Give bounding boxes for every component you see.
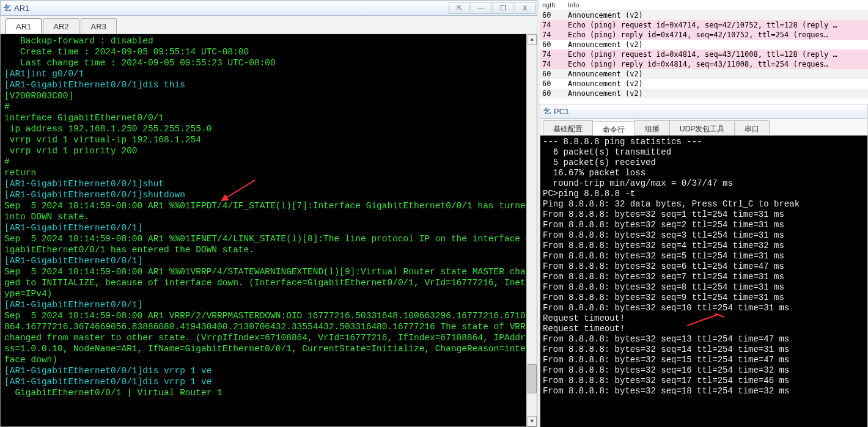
packet-row[interactable]: 60Announcement (v2) bbox=[540, 89, 868, 98]
pc1-terminal[interactable]: --- 8.8.8.8 ping statistics --- 6 packet… bbox=[540, 136, 867, 427]
terminal-line: Sep 5 2024 10:14:59-08:00 AR1 %%01VRRP/4… bbox=[4, 266, 533, 299]
pkt-info: Announcement (v2) bbox=[568, 40, 866, 49]
undock-button[interactable]: ⇱ bbox=[449, 2, 469, 14]
pc-terminal-line: From 8.8.8.8: bytes=32 seq=7 ttl=254 tim… bbox=[543, 272, 865, 282]
packet-row[interactable]: 74Echo (ping) request id=0x4714, seq=42/… bbox=[540, 20, 868, 30]
scroll-up-icon[interactable]: ▲ bbox=[528, 34, 537, 45]
terminal-line: [AR1-GigabitEthernet0/0/1]shut bbox=[4, 178, 533, 189]
close-button[interactable]: X bbox=[515, 2, 535, 14]
packet-row[interactable]: 60Announcement (v2) bbox=[540, 40, 868, 49]
pc-terminal-line: From 8.8.8.8: bytes=32 seq=13 ttl=254 ti… bbox=[543, 334, 865, 345]
tab-udp-tool[interactable]: UDP发包工具 bbox=[669, 120, 735, 135]
scroll-down-icon[interactable]: ▼ bbox=[528, 416, 537, 426]
scroll-thumb[interactable] bbox=[528, 364, 537, 393]
tab-ar3[interactable]: AR3 bbox=[81, 18, 117, 34]
ar-tabbar: AR1 AR2 AR3 bbox=[0, 16, 537, 34]
pc-terminal-line: 6 packet(s) transmitted bbox=[543, 147, 865, 158]
pc-terminal-line: From 8.8.8.8: bytes=32 seq=3 ttl=254 tim… bbox=[543, 230, 865, 241]
terminal-line: [V200R003C00] bbox=[4, 90, 533, 101]
pc-terminal-line: From 8.8.8.8: bytes=32 seq=6 ttl=254 tim… bbox=[543, 261, 865, 272]
minimize-button[interactable]: — bbox=[471, 2, 491, 14]
terminal-line: # bbox=[4, 156, 533, 167]
pc-terminal-line: From 8.8.8.8: bytes=32 seq=1 ttl=254 tim… bbox=[543, 210, 865, 220]
packet-row[interactable]: 74Echo (ping) reply id=0x4714, seq=42/10… bbox=[540, 30, 868, 40]
pkt-info: Announcement (v2) bbox=[568, 79, 866, 88]
packet-row[interactable]: 74Echo (ping) reply id=0x4814, seq=43/11… bbox=[540, 59, 868, 69]
terminal-line: Create time : 2024-09-05 09:55:14 UTC-08… bbox=[4, 46, 533, 57]
pc-terminal-line: From 8.8.8.8: bytes=32 seq=18 ttl=254 ti… bbox=[543, 386, 865, 396]
ar1-titlebar[interactable]: 乞 AR1 ⇱ — ❐ X bbox=[0, 0, 537, 16]
pc-terminal-line: From 8.8.8.8: bytes=32 seq=2 ttl=254 tim… bbox=[543, 220, 865, 230]
terminal-line: return bbox=[4, 167, 533, 178]
pkt-length: 60 bbox=[542, 70, 568, 78]
terminal-line: GigabitEthernet0/0/1 | Virtual Router 1 bbox=[4, 387, 533, 398]
packet-body: 60Announcement (v2)74Echo (ping) request… bbox=[540, 10, 868, 98]
terminal-line: Sep 5 2024 10:14:59-08:00 AR1 VRRP/2/VRR… bbox=[4, 310, 533, 365]
maximize-button[interactable]: ❐ bbox=[493, 2, 513, 14]
pkt-info: Echo (ping) request id=0x4714, seq=42/10… bbox=[568, 21, 866, 29]
pc-terminal-line: 5 packet(s) received bbox=[543, 158, 865, 168]
pc1-titlebar[interactable]: 乞 PC1 bbox=[540, 104, 867, 119]
pc-terminal-line: From 8.8.8.8: bytes=32 seq=14 ttl=254 ti… bbox=[543, 345, 865, 355]
terminal-line: Sep 5 2024 10:14:59-08:00 AR1 %%01IFNET/… bbox=[4, 233, 533, 255]
terminal-line: [AR1-GigabitEthernet0/0/1] bbox=[4, 299, 533, 310]
terminal-line: # bbox=[4, 101, 533, 112]
pc-terminal-line: From 8.8.8.8: bytes=32 seq=4 ttl=254 tim… bbox=[543, 241, 865, 251]
pkt-length: 74 bbox=[542, 21, 568, 29]
pc-terminal-line: From 8.8.8.8: bytes=32 seq=10 ttl=254 ti… bbox=[543, 303, 865, 313]
tab-multicast[interactable]: 组播 bbox=[634, 120, 670, 135]
terminal-line: Sep 5 2024 10:14:59-08:00 AR1 %%01IFPDT/… bbox=[4, 200, 533, 222]
terminal-scrollbar[interactable]: ▲ ▼ bbox=[526, 34, 537, 426]
pkt-info: Echo (ping) reply id=0x4714, seq=42/1075… bbox=[568, 31, 866, 39]
pkt-length: 74 bbox=[542, 60, 568, 68]
packet-row[interactable]: 60Announcement (v2) bbox=[540, 79, 868, 89]
pc-terminal-line: From 8.8.8.8: bytes=32 seq=8 ttl=254 tim… bbox=[543, 282, 865, 293]
terminal-line: [AR1-GigabitEthernet0/0/1]dis this bbox=[4, 79, 533, 90]
pc-terminal-line: Request timeout! bbox=[543, 324, 865, 334]
pc-terminal-line: From 8.8.8.8: bytes=32 seq=9 ttl=254 tim… bbox=[543, 293, 865, 303]
tab-cli[interactable]: 命令行 bbox=[592, 121, 635, 136]
terminal-line: [AR1-GigabitEthernet0/0/1] bbox=[4, 222, 533, 233]
packet-list[interactable]: ngth Info 60Announcement (v2)74Echo (pin… bbox=[540, 0, 868, 104]
packet-header-row: ngth Info bbox=[540, 0, 868, 10]
pc-terminal-line: Ping 8.8.8.8: 32 data bytes, Press Ctrl_… bbox=[543, 199, 865, 210]
pkt-info: Announcement (v2) bbox=[568, 11, 866, 20]
ar1-window: 乞 AR1 ⇱ — ❐ X AR1 AR2 AR3 Backup-forward… bbox=[0, 0, 537, 427]
packet-row[interactable]: 60Announcement (v2) bbox=[540, 10, 868, 20]
terminal-line: [AR1-GigabitEthernet0/0/1]dis vrrp 1 ve bbox=[4, 376, 533, 387]
terminal-line: vrrp vrid 1 priority 200 bbox=[4, 145, 533, 156]
tab-ar1[interactable]: AR1 bbox=[6, 18, 42, 34]
pc-terminal-line: From 8.8.8.8: bytes=32 seq=17 ttl=254 ti… bbox=[543, 376, 865, 386]
pc-terminal-line: --- 8.8.8.8 ping statistics --- bbox=[543, 137, 865, 147]
col-length[interactable]: ngth bbox=[542, 1, 568, 9]
pc1-tabs: 基础配置 命令行 组播 UDP发包工具 串口 bbox=[540, 119, 867, 136]
terminal-line: vrrp vrid 1 virtual-ip 192.168.1.254 bbox=[4, 134, 533, 145]
pc1-window: 乞 PC1 基础配置 命令行 组播 UDP发包工具 串口 --- 8.8.8.8… bbox=[540, 104, 868, 427]
pkt-length: 60 bbox=[542, 40, 568, 49]
tab-ar2[interactable]: AR2 bbox=[43, 18, 79, 34]
pkt-length: 60 bbox=[542, 89, 568, 98]
terminal-line: Backup-forward : disabled bbox=[4, 35, 533, 46]
pc-icon: 乞 bbox=[543, 106, 551, 117]
pc-terminal-line: From 8.8.8.8: bytes=32 seq=15 ttl=254 ti… bbox=[543, 355, 865, 365]
pc1-title: PC1 bbox=[554, 107, 569, 116]
pkt-info: Echo (ping) request id=0x4814, seq=43/11… bbox=[568, 50, 866, 59]
ar1-terminal[interactable]: Backup-forward : disabled Create time : … bbox=[0, 34, 537, 427]
pkt-length: 60 bbox=[542, 11, 568, 20]
ar1-title: AR1 bbox=[14, 4, 29, 13]
tab-basic-config[interactable]: 基础配置 bbox=[543, 120, 593, 135]
pc-terminal-line: 16.67% packet loss bbox=[543, 168, 865, 178]
packet-row[interactable]: 60Announcement (v2) bbox=[540, 69, 868, 79]
pkt-length: 74 bbox=[542, 31, 568, 39]
terminal-line: interface GigabitEthernet0/0/1 bbox=[4, 112, 533, 123]
pkt-info: Announcement (v2) bbox=[568, 89, 866, 98]
titlebar-buttons: ⇱ — ❐ X bbox=[449, 2, 535, 14]
tab-serial[interactable]: 串口 bbox=[734, 120, 770, 135]
pc-terminal-line: round-trip min/avg/max = 0/37/47 ms bbox=[543, 178, 865, 189]
packet-row[interactable]: 74Echo (ping) request id=0x4814, seq=43/… bbox=[540, 49, 868, 59]
terminal-line: ip address 192.168.1.250 255.255.255.0 bbox=[4, 123, 533, 134]
col-info[interactable]: Info bbox=[568, 1, 866, 9]
pkt-length: 74 bbox=[542, 50, 568, 59]
terminal-line: [AR1-GigabitEthernet0/0/1]shutdown bbox=[4, 189, 533, 200]
terminal-line: Last change time : 2024-09-05 09:55:23 U… bbox=[4, 57, 533, 68]
